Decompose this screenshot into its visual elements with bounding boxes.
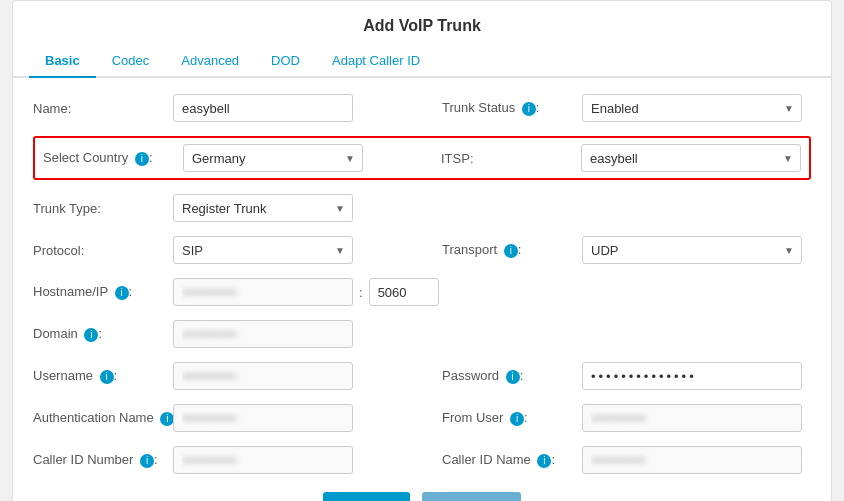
group-caller-id-name: Caller ID Name i: bbox=[402, 446, 811, 474]
group-password: Password i: bbox=[402, 362, 811, 390]
group-itsp: ITSP: easybell ▼ bbox=[401, 144, 801, 172]
from-user-input[interactable] bbox=[582, 404, 802, 432]
port-separator: : bbox=[359, 285, 363, 300]
caller-id-name-input[interactable] bbox=[582, 446, 802, 474]
group-hostname: Hostname/IP i: : bbox=[33, 278, 811, 306]
country-info-icon[interactable]: i bbox=[135, 152, 149, 166]
trunk-status-info-icon[interactable]: i bbox=[522, 102, 536, 116]
row-auth-fromuser: Authentication Name i: From User i: bbox=[33, 404, 811, 432]
trunk-type-select-wrapper: Register Trunk Peer Trunk ▼ bbox=[173, 194, 353, 222]
trunk-type-select[interactable]: Register Trunk Peer Trunk bbox=[173, 194, 353, 222]
hostname-info-icon[interactable]: i bbox=[115, 286, 129, 300]
page-title: Add VoIP Trunk bbox=[13, 1, 831, 45]
name-label: Name: bbox=[33, 101, 173, 116]
transport-info-icon[interactable]: i bbox=[504, 244, 518, 258]
group-caller-id-number: Caller ID Number i: bbox=[33, 446, 402, 474]
add-voip-trunk-card: Add VoIP Trunk Basic Codec Advanced DOD … bbox=[12, 0, 832, 501]
row-protocol: Protocol: SIP IAX2 ▼ Transport i: UDP bbox=[33, 236, 811, 264]
password-label: Password i: bbox=[442, 368, 582, 384]
hostname-label: Hostname/IP i: bbox=[33, 284, 173, 300]
itsp-select-wrapper: easybell ▼ bbox=[581, 144, 801, 172]
trunk-status-label: Trunk Status i: bbox=[442, 100, 582, 116]
group-username: Username i: bbox=[33, 362, 402, 390]
group-auth-name: Authentication Name i: bbox=[33, 404, 402, 432]
button-row: Save Cancel bbox=[13, 492, 831, 501]
protocol-select[interactable]: SIP IAX2 bbox=[173, 236, 353, 264]
caller-id-number-input[interactable] bbox=[173, 446, 353, 474]
password-input[interactable] bbox=[582, 362, 802, 390]
name-input[interactable] bbox=[173, 94, 353, 122]
username-label: Username i: bbox=[33, 368, 173, 384]
row-hostname: Hostname/IP i: : bbox=[33, 278, 811, 306]
form-body: Name: Trunk Status i: Enabled Disabled ▼ bbox=[13, 78, 831, 474]
save-button[interactable]: Save bbox=[323, 492, 409, 501]
auth-name-label: Authentication Name i: bbox=[33, 410, 173, 426]
tab-codec[interactable]: Codec bbox=[96, 45, 166, 78]
itsp-label: ITSP: bbox=[441, 151, 581, 166]
trunk-status-select-wrapper: Enabled Disabled ▼ bbox=[582, 94, 802, 122]
username-info-icon[interactable]: i bbox=[100, 370, 114, 384]
country-select[interactable]: Germany USA UK bbox=[183, 144, 363, 172]
row-callerid: Caller ID Number i: Caller ID Name i: bbox=[33, 446, 811, 474]
group-domain: Domain i: bbox=[33, 320, 811, 348]
caller-id-name-label: Caller ID Name i: bbox=[442, 452, 582, 468]
row-country-itsp: Select Country i: Germany USA UK ▼ ITSP: bbox=[33, 136, 811, 180]
auth-name-input[interactable] bbox=[173, 404, 353, 432]
group-name: Name: bbox=[33, 94, 402, 122]
username-input[interactable] bbox=[173, 362, 353, 390]
itsp-select[interactable]: easybell bbox=[581, 144, 801, 172]
from-user-info-icon[interactable]: i bbox=[510, 412, 524, 426]
protocol-label: Protocol: bbox=[33, 243, 173, 258]
group-country: Select Country i: Germany USA UK ▼ bbox=[43, 144, 401, 172]
trunk-status-select[interactable]: Enabled Disabled bbox=[582, 94, 802, 122]
row-name: Name: Trunk Status i: Enabled Disabled ▼ bbox=[33, 94, 811, 122]
caller-id-name-info-icon[interactable]: i bbox=[537, 454, 551, 468]
tab-advanced[interactable]: Advanced bbox=[165, 45, 255, 78]
tab-basic[interactable]: Basic bbox=[29, 45, 96, 78]
domain-input[interactable] bbox=[173, 320, 353, 348]
group-protocol: Protocol: SIP IAX2 ▼ bbox=[33, 236, 402, 264]
hostname-input[interactable] bbox=[173, 278, 353, 306]
group-from-user: From User i: bbox=[402, 404, 811, 432]
group-trunk-type: Trunk Type: Register Trunk Peer Trunk ▼ bbox=[33, 194, 811, 222]
tab-dod[interactable]: DOD bbox=[255, 45, 316, 78]
protocol-select-wrapper: SIP IAX2 ▼ bbox=[173, 236, 353, 264]
tab-adapt-caller-id[interactable]: Adapt Caller ID bbox=[316, 45, 436, 78]
group-trunk-status: Trunk Status i: Enabled Disabled ▼ bbox=[402, 94, 811, 122]
country-select-wrapper: Germany USA UK ▼ bbox=[183, 144, 363, 172]
transport-select[interactable]: UDP TCP TLS bbox=[582, 236, 802, 264]
domain-info-icon[interactable]: i bbox=[84, 328, 98, 342]
row-domain: Domain i: bbox=[33, 320, 811, 348]
domain-label: Domain i: bbox=[33, 326, 173, 342]
select-country-label: Select Country i: bbox=[43, 150, 183, 166]
transport-select-wrapper: UDP TCP TLS ▼ bbox=[582, 236, 802, 264]
port-input[interactable] bbox=[369, 278, 439, 306]
row-trunk-type: Trunk Type: Register Trunk Peer Trunk ▼ bbox=[33, 194, 811, 222]
tab-bar: Basic Codec Advanced DOD Adapt Caller ID bbox=[13, 45, 831, 78]
from-user-label: From User i: bbox=[442, 410, 582, 426]
password-info-icon[interactable]: i bbox=[506, 370, 520, 384]
trunk-type-label: Trunk Type: bbox=[33, 201, 173, 216]
caller-id-number-label: Caller ID Number i: bbox=[33, 452, 173, 468]
caller-id-number-info-icon[interactable]: i bbox=[140, 454, 154, 468]
cancel-button[interactable]: Cancel bbox=[422, 492, 521, 501]
row-username-password: Username i: Password i: bbox=[33, 362, 811, 390]
transport-label: Transport i: bbox=[442, 242, 582, 258]
group-transport: Transport i: UDP TCP TLS ▼ bbox=[402, 236, 811, 264]
